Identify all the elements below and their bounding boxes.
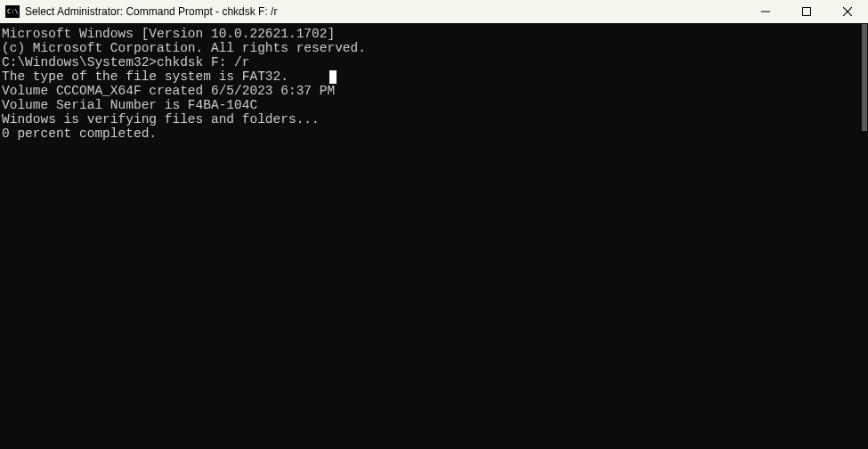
console-output-line: (c) Microsoft Corporation. All rights re… xyxy=(2,41,868,55)
window-controls xyxy=(745,0,868,23)
window-title: Select Administrator: Command Prompt - c… xyxy=(25,5,277,18)
close-button[interactable] xyxy=(827,0,868,23)
minimize-button[interactable] xyxy=(745,0,786,23)
svg-rect-1 xyxy=(803,8,811,16)
cmd-icon-text: C:\. xyxy=(7,9,22,15)
console-output-line: Windows is verifying files and folders..… xyxy=(2,112,868,127)
cmd-icon: C:\. xyxy=(5,5,20,18)
close-icon xyxy=(843,7,852,16)
console-output-line: 0 percent completed. xyxy=(2,127,868,141)
minimize-icon xyxy=(761,7,770,16)
maximize-icon xyxy=(802,7,811,16)
console-output-line: Microsoft Windows [Version 10.0.22621.17… xyxy=(2,27,868,41)
console-prompt-line: C:\Windows\System32>chkdsk F: /r xyxy=(2,55,868,69)
command-prompt-window: C:\. Select Administrator: Command Promp… xyxy=(0,0,868,449)
titlebar[interactable]: C:\. Select Administrator: Command Promp… xyxy=(0,0,868,23)
console-output-line: The type of the file system is FAT32. xyxy=(2,69,868,84)
maximize-button[interactable] xyxy=(786,0,827,23)
text-cursor xyxy=(329,70,337,84)
scrollbar[interactable] xyxy=(861,23,868,449)
console-text: The type of the file system is FAT32. xyxy=(2,69,288,84)
console-output-line: Volume CCCOMA_X64F created 6/5/2023 6:37… xyxy=(2,84,868,98)
console-area[interactable]: Microsoft Windows [Version 10.0.22621.17… xyxy=(0,23,868,449)
scrollbar-thumb[interactable] xyxy=(862,24,867,131)
console-output-line: Volume Serial Number is F4BA-104C xyxy=(2,98,868,112)
